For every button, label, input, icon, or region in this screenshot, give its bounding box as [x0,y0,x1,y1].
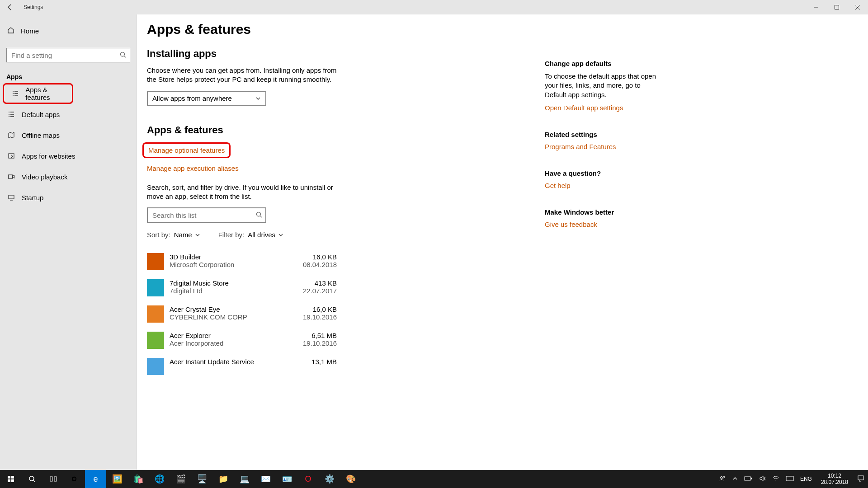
app-name: Acer Instant Update Service [170,358,306,366]
app-list-search-input[interactable] [147,207,266,223]
battery-icon[interactable] [744,476,752,483]
taskbar-app-cortana[interactable]: ⭘ [64,470,85,488]
language-indicator[interactable]: ENG [800,476,812,482]
app-row[interactable]: 3D BuilderMicrosoft Corporation16,0 KB08… [147,249,337,275]
apps-features-title: Apps & features [147,124,536,136]
task-view-button[interactable] [42,470,64,488]
svg-rect-17 [786,476,793,481]
taskbar-clock[interactable]: 10:12 28.07.2018 [818,473,851,486]
open-default-app-settings-link[interactable]: Open Default app settings [545,104,623,112]
svg-rect-4 [9,195,14,199]
mail-icon: ✉️ [261,474,271,484]
sidebar-item-default-apps[interactable]: Default apps [0,104,137,125]
taskbar-app-chrome[interactable]: 🌐 [149,470,170,488]
sidebar-home[interactable]: Home [0,21,137,41]
app-date: 22.07.2017 [303,287,337,295]
sort-by-control[interactable]: Sort by: Name [147,231,200,239]
maximize-button[interactable] [826,0,847,14]
taskbar-search-button[interactable] [21,470,42,488]
svg-rect-18 [858,476,863,480]
taskbar-app-moviemaker[interactable]: 🎬 [170,470,191,488]
circle-icon: ⭘ [71,474,79,484]
install-source-select[interactable]: Allow apps from anywhere [147,91,266,106]
taskbar-date: 28.07.2018 [821,479,848,485]
sidebar-item-startup[interactable]: Startup [0,187,137,208]
svg-rect-3 [9,175,13,178]
sidebar-item-apps-for-websites[interactable]: Apps for websites [0,145,137,166]
programs-and-features-link[interactable]: Programs and Features [545,143,616,150]
sidebar-item-label: Offline maps [22,131,60,139]
startup-icon [7,194,15,201]
svg-point-13 [720,476,722,479]
app-publisher: Microsoft Corporation [170,261,297,268]
app-publisher: Acer Incorporated [170,339,297,347]
sidebar-item-apps-features[interactable]: Apps & features [3,83,73,104]
movie-icon: 🎬 [176,474,186,484]
give-us-feedback-link[interactable]: Give us feedback [545,221,597,228]
get-help-link[interactable]: Get help [545,182,571,189]
rail-related-settings: Related settings Programs and Features [545,131,662,150]
start-button[interactable] [0,470,21,488]
chevron-down-icon [278,232,283,238]
svg-rect-7 [11,476,14,479]
manage-app-execution-aliases-link[interactable]: Manage app execution aliases [147,164,239,172]
back-button[interactable] [0,0,20,14]
app-size: 413 KB [303,279,337,287]
taskbar-app-store[interactable]: 🛍️ [127,470,149,488]
taskbar-app-monitor[interactable]: 🖥️ [191,470,212,488]
main: Apps & features Installing apps Choose w… [137,14,868,470]
close-button[interactable] [847,0,868,14]
sidebar-item-label: Apps & features [25,86,72,101]
monitor-icon: 🖥️ [197,474,207,484]
action-center-icon[interactable] [857,475,864,483]
app-icon [147,332,164,349]
wifi-icon[interactable] [772,475,779,483]
defaults-icon [7,111,15,118]
taskbar-app-network[interactable]: 💻 [234,470,255,488]
svg-rect-8 [8,479,10,482]
svg-point-14 [723,476,725,478]
app-icon [147,358,164,375]
back-arrow-icon [6,4,14,11]
tray-chevron-up-icon[interactable] [732,476,738,483]
app-row[interactable]: Acer ExplorerAcer Incorporated6,51 MB19.… [147,327,337,353]
sidebar-item-label: Startup [22,194,43,202]
gear-icon: ⚙️ [325,474,335,484]
rail-question-title: Have a question? [545,169,662,177]
page-title: Apps & features [147,22,536,37]
sidebar-item-video-playback[interactable]: Video playback [0,166,137,187]
app-row[interactable]: 7digital Music Store7digital Ltd413 KB22… [147,275,337,301]
taskbar-app-photos[interactable]: 🖼️ [106,470,127,488]
keyboard-icon[interactable] [786,476,794,483]
taskbar-app-id[interactable]: 🪪 [276,470,297,488]
svg-rect-11 [50,477,52,481]
people-icon[interactable] [719,475,726,483]
filter-by-value: All drives [248,231,275,239]
volume-icon[interactable] [759,475,766,483]
taskbar: ⭘ e 🖼️ 🛍️ 🌐 🎬 🖥️ 📁 💻 ✉️ 🪪 O ⚙️ 🎨 ENG 10:… [0,470,868,488]
app-date: 08.04.2018 [303,261,337,268]
sidebar-item-label: Default apps [22,111,60,118]
svg-rect-15 [745,477,750,480]
taskbar-app-edge[interactable]: e [85,470,106,488]
sort-by-label: Sort by: [147,231,170,239]
manage-optional-features-link[interactable]: Manage optional features [142,142,231,158]
taskbar-app-paint[interactable]: 🎨 [340,470,361,488]
system-tray: ENG 10:12 28.07.2018 [715,470,868,488]
folder-icon: 📁 [218,474,228,484]
app-row[interactable]: Acer Instant Update Service13,1 MB [147,353,337,380]
sidebar-search-input[interactable] [6,48,130,62]
svg-rect-6 [8,476,10,479]
sidebar-item-offline-maps[interactable]: Offline maps [0,125,137,145]
taskbar-app-settings[interactable]: ⚙️ [319,470,340,488]
app-row[interactable]: Acer Crystal EyeCYBERLINK COM CORP16,0 K… [147,301,337,327]
titlebar: Settings [0,0,868,14]
taskbar-app-opera[interactable]: O [297,470,319,488]
taskbar-app-mail[interactable]: ✉️ [255,470,276,488]
filter-by-label: Filter by: [218,231,245,239]
app-size: 16,0 KB [303,305,337,313]
svg-rect-9 [11,479,14,482]
filter-by-control[interactable]: Filter by: All drives [218,231,283,239]
minimize-button[interactable] [806,0,826,14]
taskbar-app-explorer[interactable]: 📁 [212,470,234,488]
